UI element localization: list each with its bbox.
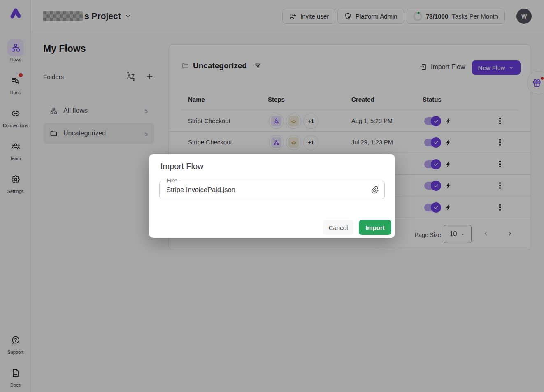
dialog-title: Import Flow xyxy=(160,162,203,171)
file-field: File* xyxy=(159,181,385,199)
file-input[interactable] xyxy=(160,181,384,199)
import-flow-dialog: Import Flow File* Cancel Import xyxy=(149,154,395,238)
paperclip-icon xyxy=(371,186,379,194)
cancel-button[interactable]: Cancel xyxy=(323,220,353,235)
import-button[interactable]: Import xyxy=(359,220,391,235)
dialog-actions: Cancel Import xyxy=(323,220,391,235)
attach-file-button[interactable] xyxy=(371,186,379,194)
